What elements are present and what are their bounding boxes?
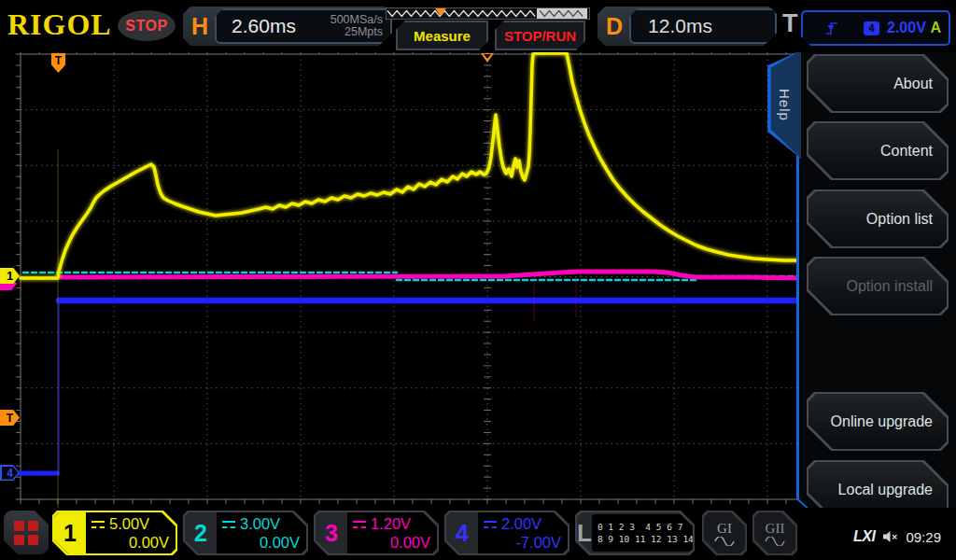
menu-label-option-list: Option list (808, 191, 947, 246)
trigger-label: T (782, 9, 798, 38)
acquisition-info: 500MSa/s 25Mpts (330, 14, 390, 38)
menu-button-option-install[interactable]: Option install (807, 257, 949, 315)
generator-1-label: GI (717, 521, 732, 537)
menu-label-option-install: Option install (808, 259, 947, 314)
channel-4-status[interactable]: 4 2.00V -7.00V (444, 511, 569, 555)
measure-button[interactable]: Measure (396, 21, 488, 50)
menu-label-online-upgrade: Online upgrade (808, 394, 947, 449)
run-state-badge: STOP (118, 10, 176, 41)
memory-overview-waveform (386, 7, 590, 20)
channel-1-number: 1 (54, 512, 86, 553)
delay-value: 12.0ms (648, 15, 712, 37)
dashboard-button[interactable] (4, 511, 49, 554)
channel-1-status[interactable]: 1 5.00V 0.00V (52, 511, 177, 555)
sound-muted-icon (882, 530, 898, 543)
trigger-sweep-mode: A (930, 20, 941, 36)
channel-4-scale: 2.00V (501, 515, 541, 533)
rigol-logo: RIGOL (7, 7, 112, 42)
channel-2-status[interactable]: 2 3.00V 0.00V (183, 511, 308, 555)
channel-3-number: 3 (316, 512, 347, 553)
clock: 09:29 (906, 529, 941, 545)
waveform-display (0, 52, 803, 508)
dc-coupling-icon (484, 521, 497, 528)
generator-2-label: GII (766, 521, 785, 537)
dc-coupling-icon (91, 521, 105, 528)
logic-row-2: 8 9 10 11 12 13 14 15 (598, 533, 710, 545)
generator-1-button[interactable]: GI (702, 511, 747, 555)
channel1-marker-label: 1 (7, 269, 13, 283)
logic-label: L (577, 519, 592, 548)
delay-box[interactable]: D 12.0ms (598, 7, 777, 46)
sine-wave-icon (714, 537, 735, 546)
channel-2-number: 2 (185, 512, 217, 553)
channel-3-status[interactable]: 3 1.20V 0.00V (314, 511, 439, 555)
menu-button-content[interactable]: Content (807, 121, 949, 180)
channel-4-number: 4 (446, 512, 478, 553)
generator-2-button[interactable]: GII (752, 511, 797, 555)
falling-edge-icon (825, 21, 839, 36)
menu-label-about: About (808, 56, 947, 111)
channel-2-scale: 3.00V (240, 515, 280, 533)
memory-overview-bar[interactable] (386, 7, 590, 19)
menu-label-content: Content (808, 123, 947, 178)
oscilloscope-screen: { "top_bar": { "logo": "RIGOL", "run_sta… (0, 0, 956, 560)
trigger-status-box[interactable]: 4 2.00V A (801, 10, 950, 46)
channel-4-offset: -7.00V (484, 534, 561, 552)
red-grid-icon (14, 521, 38, 545)
trigger-level-value: 2.00V (887, 20, 926, 36)
channel-1-scale: 5.00V (109, 515, 149, 533)
trigger-level-label: T (7, 412, 13, 425)
horizontal-timebase-box[interactable]: H 2.60ms 500MSa/s 25Mpts (183, 7, 392, 46)
dc-coupling-icon (353, 521, 366, 528)
top-status-bar: RIGOL STOP H 2.60ms 500MSa/s 25Mpts Meas… (0, 0, 956, 52)
menu-button-online-upgrade[interactable]: Online upgrade (807, 392, 949, 451)
stop-run-button[interactable]: STOP/RUN (495, 21, 585, 50)
menu-button-option-list[interactable]: Option list (807, 189, 949, 248)
stop-run-label: STOP/RUN (504, 28, 576, 44)
memory-depth: 25Mpts (330, 26, 383, 38)
timebase-value: 2.60ms (232, 15, 296, 37)
channel-3-scale: 1.20V (371, 515, 411, 533)
measure-label: Measure (414, 28, 471, 44)
logic-row-1: 0 1 2 3 4 5 6 7 (598, 521, 710, 533)
delay-label: D (598, 13, 629, 40)
bottom-status-bar: 1 5.00V 0.00V 2 3.00V 0.00V 3 1.20V 0.00 (0, 508, 956, 560)
menu-button-about[interactable]: About (807, 54, 949, 113)
dc-coupling-icon (222, 521, 235, 528)
channel-1-offset: 0.00V (91, 534, 169, 552)
horizontal-center-marker[interactable] (481, 53, 494, 63)
trigger-position-label: T (55, 54, 62, 67)
sine-wave-icon (765, 537, 785, 546)
logic-channel-numbers: 0 1 2 3 4 5 6 7 8 9 10 11 12 13 14 15 (592, 514, 710, 552)
horizontal-label: H (183, 13, 215, 40)
channel-2-offset: 0.00V (222, 534, 300, 552)
channel-3-offset: 0.00V (353, 534, 430, 552)
channel4-marker-label: 4 (7, 467, 13, 480)
lxi-indicator: LXI (853, 528, 875, 545)
logic-channels-status[interactable]: L 0 1 2 3 4 5 6 7 8 9 10 11 12 13 14 15 (575, 511, 695, 555)
help-tab-label: Help (777, 89, 793, 121)
trigger-source-badge: 4 (864, 21, 879, 35)
